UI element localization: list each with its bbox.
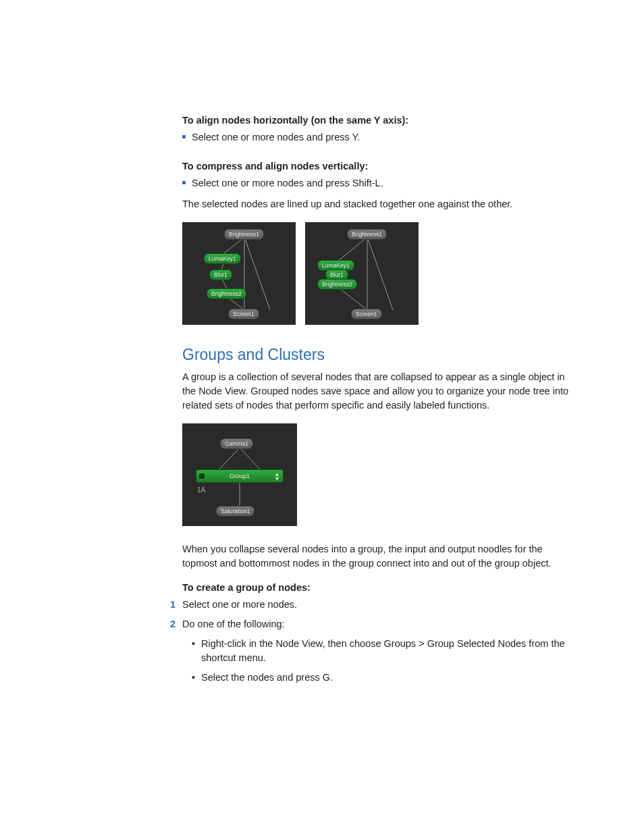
step-1: Select one or more nodes. <box>182 598 570 612</box>
node-panel-before: Brightness1 LumaKey1 Blur1 Brightness2 S… <box>182 222 296 325</box>
substep-right-click: Right-click in the Node View, then choos… <box>182 637 570 665</box>
node-brightness2: Brightness2 <box>317 279 357 290</box>
node-blur1: Blur1 <box>209 269 232 280</box>
node-group1-label: Group1 <box>230 473 250 479</box>
heading-groups-clusters: Groups and Clusters <box>182 344 570 366</box>
svg-line-11 <box>240 448 260 469</box>
svg-line-1 <box>244 237 270 310</box>
node-brightness1: Brightness1 <box>347 229 387 240</box>
svg-line-10 <box>219 448 240 469</box>
port-label-1a: 1A <box>197 486 205 496</box>
heading-compress-vertical: To compress and align nodes vertically: <box>182 159 570 174</box>
bullet-align-horizontal: Select one or more nodes and press Y. <box>182 130 570 145</box>
node-gamma1: Gamma1 <box>220 438 253 449</box>
group-indicator-icon <box>199 473 205 479</box>
node-diagram-row: Brightness1 LumaKey1 Blur1 Brightness2 S… <box>182 222 570 325</box>
heading-align-horizontal: To align nodes horizontally (on the same… <box>182 113 570 128</box>
node-brightness2: Brightness2 <box>207 288 246 299</box>
updown-icon: ▴▾ <box>275 471 279 481</box>
bullet-compress-vertical: Select one or more nodes and press Shift… <box>182 176 570 190</box>
node-saturation1: Saturation1 <box>216 506 254 517</box>
node-brightness1: Brightness1 <box>224 229 264 240</box>
svg-line-6 <box>338 237 367 261</box>
heading-create-group: To create a group of nodes: <box>182 581 570 595</box>
node-screen1: Screen1 <box>351 309 382 319</box>
step-2: Do one of the following: Right-click in … <box>182 617 570 685</box>
text-groups-collapse: When you collapse several nodes into a g… <box>182 542 570 571</box>
svg-line-7 <box>367 237 393 310</box>
text-compress-result: The selected nodes are lined up and stac… <box>182 197 570 211</box>
node-screen1: Screen1 <box>228 309 259 319</box>
svg-line-9 <box>338 287 367 310</box>
group-diagram: Gamma1 Group1 ▴▾ 1A Saturation1 <box>182 423 297 526</box>
node-lumakey1: LumaKey1 <box>204 253 241 264</box>
step-2-text: Do one of the following: <box>182 619 285 629</box>
node-panel-after: Brightness1 LumaKey1 Blur1 Brightness2 S… <box>305 222 419 325</box>
substep-press-g: Select the nodes and press G. <box>182 671 570 685</box>
node-group1: Group1 ▴▾ <box>196 469 284 483</box>
text-groups-intro: A group is a collection of several nodes… <box>182 370 570 413</box>
